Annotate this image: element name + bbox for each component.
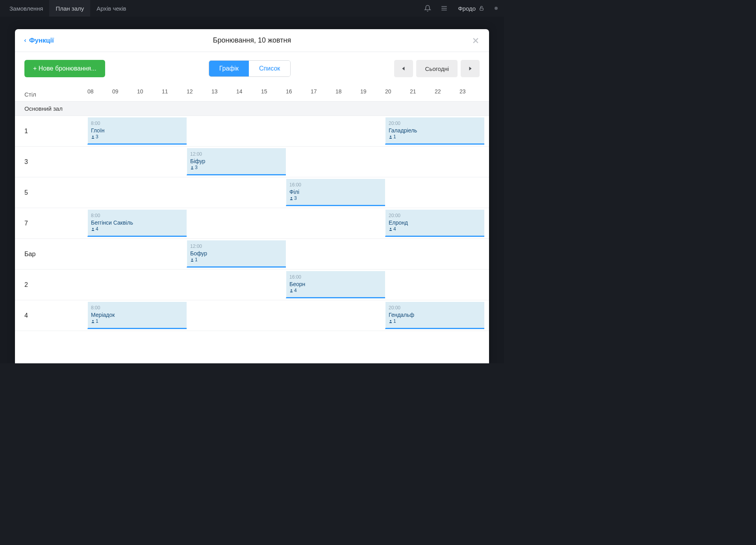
view-toggle-chart[interactable]: Графік — [209, 61, 249, 76]
triangle-right-icon — [468, 66, 472, 71]
person-icon — [289, 197, 293, 201]
svg-point-17 — [390, 320, 391, 321]
table-track[interactable]: 8:00Меріадок120:00Гендальф1 — [87, 300, 484, 331]
table-row: Бар12:00Бофур1 — [15, 239, 489, 270]
table-row: 48:00Меріадок120:00Гендальф1 — [15, 300, 489, 331]
topbar-item[interactable]: План залу — [49, 0, 90, 17]
person-icon — [289, 289, 293, 293]
table-row: 78:00Беггінси Саквіль420:00Елронд4 — [15, 208, 489, 239]
table-row: 312:00Біфур3 — [15, 147, 489, 177]
table-label: 2 — [24, 270, 87, 300]
booking[interactable]: 8:00Глоїн3 — [87, 117, 187, 145]
svg-marker-7 — [469, 67, 472, 71]
table-label: 3 — [24, 147, 87, 177]
person-icon — [190, 166, 194, 170]
booking[interactable]: 8:00Меріадок1 — [87, 302, 187, 329]
toolbar: + Нове бронювання... Графік Список Сього… — [15, 52, 489, 87]
booking-time: 20:00 — [389, 121, 481, 127]
hour-header: 12 — [187, 87, 211, 101]
hour-header: 09 — [112, 87, 137, 101]
svg-marker-6 — [402, 67, 405, 71]
booking-name: Біфур — [190, 158, 283, 165]
booking-name: Елронд — [389, 219, 481, 226]
table-label: 1 — [24, 116, 87, 146]
hour-header: 22 — [435, 87, 460, 101]
svg-point-12 — [92, 228, 93, 229]
topbar: ЗамовленняПлан залуАрхів чеків Фродо — [0, 0, 504, 17]
time-header: Стіл 08091011121314151617181920212223 — [15, 87, 489, 102]
booking-time: 20:00 — [389, 305, 481, 311]
table-track[interactable]: 8:00Глоїн320:00Галадріель1 — [87, 116, 484, 146]
hour-header: 17 — [311, 87, 335, 101]
booking[interactable]: 20:00Елронд4 — [385, 210, 484, 237]
topbar-nav: ЗамовленняПлан залуАрхів чеків — [3, 0, 132, 17]
table-row: 516:00Філі3 — [15, 177, 489, 208]
hour-header: 15 — [261, 87, 286, 101]
booking-guests: 4 — [91, 226, 183, 233]
status-dot — [495, 7, 498, 10]
modal-title: Бронювання, 10 жовтня — [15, 36, 489, 45]
back-link[interactable]: Функції — [23, 37, 54, 45]
topbar-item[interactable]: Архів чеків — [90, 0, 132, 17]
view-toggle: Графік Список — [209, 60, 291, 77]
hour-header: 16 — [286, 87, 311, 101]
booking-name: Меріадок — [91, 311, 183, 318]
menu-icon[interactable] — [436, 5, 452, 12]
table-row: 216:00Беорн4 — [15, 270, 489, 300]
booking-guests: 3 — [91, 134, 183, 140]
booking[interactable]: 16:00Беорн4 — [286, 271, 385, 298]
date-nav: Сьогодні — [394, 60, 480, 77]
table-label: 4 — [24, 300, 87, 331]
booking-name: Гендальф — [389, 311, 481, 318]
booking-name: Беггінси Саквіль — [91, 219, 183, 226]
bell-icon[interactable] — [419, 5, 436, 12]
booking-name: Філі — [289, 188, 382, 195]
chevron-left-icon — [23, 38, 28, 43]
hour-header: 19 — [360, 87, 385, 101]
svg-point-13 — [390, 228, 391, 229]
next-day-button[interactable] — [461, 60, 480, 77]
new-booking-button[interactable]: + Нове бронювання... — [24, 60, 105, 77]
booking-name: Галадріель — [389, 127, 481, 134]
back-label: Функції — [29, 37, 54, 45]
table-track[interactable]: 16:00Беорн4 — [87, 270, 484, 300]
table-track[interactable]: 16:00Філі3 — [87, 177, 484, 208]
person-icon — [389, 135, 393, 139]
booking[interactable]: 20:00Галадріель1 — [385, 117, 484, 145]
booking[interactable]: 12:00Бофур1 — [187, 240, 286, 268]
today-button[interactable]: Сьогодні — [416, 60, 458, 77]
user-menu[interactable]: Фродо — [452, 5, 490, 12]
section-header: Основний зал — [15, 102, 489, 116]
booking-guests: 3 — [190, 165, 283, 171]
person-icon — [190, 258, 194, 262]
person-icon — [91, 135, 95, 139]
table-row: 18:00Глоїн320:00Галадріель1 — [15, 116, 489, 147]
booking[interactable]: 12:00Біфур3 — [187, 148, 286, 175]
booking-guests: 1 — [91, 318, 183, 325]
hour-header: 14 — [236, 87, 261, 101]
hour-header: 08 — [87, 87, 112, 101]
prev-day-button[interactable] — [394, 60, 413, 77]
booking-time: 20:00 — [389, 213, 481, 219]
hour-header: 11 — [162, 87, 187, 101]
svg-point-9 — [390, 136, 391, 137]
user-name: Фродо — [458, 5, 476, 12]
table-track[interactable]: 12:00Біфур3 — [87, 147, 484, 177]
table-track[interactable]: 8:00Беггінси Саквіль420:00Елронд4 — [87, 208, 484, 238]
reservations-modal: Функції Бронювання, 10 жовтня + Нове бро… — [15, 29, 489, 363]
view-toggle-list[interactable]: Список — [249, 61, 290, 76]
table-track[interactable]: 12:00Бофур1 — [87, 239, 484, 269]
svg-rect-3 — [480, 8, 483, 10]
booking-time: 8:00 — [91, 305, 183, 311]
hour-header: 13 — [211, 87, 236, 101]
topbar-item[interactable]: Замовлення — [3, 0, 49, 17]
close-button[interactable] — [470, 35, 481, 46]
booking-time: 16:00 — [289, 182, 382, 188]
booking[interactable]: 16:00Філі3 — [286, 179, 385, 206]
table-column-header: Стіл — [24, 87, 87, 101]
gantt-body[interactable]: Основний зал18:00Глоїн320:00Галадріель13… — [15, 102, 489, 363]
booking[interactable]: 8:00Беггінси Саквіль4 — [87, 210, 187, 237]
table-label: Бар — [24, 239, 87, 269]
booking[interactable]: 20:00Гендальф1 — [385, 302, 484, 329]
svg-point-10 — [191, 166, 193, 167]
